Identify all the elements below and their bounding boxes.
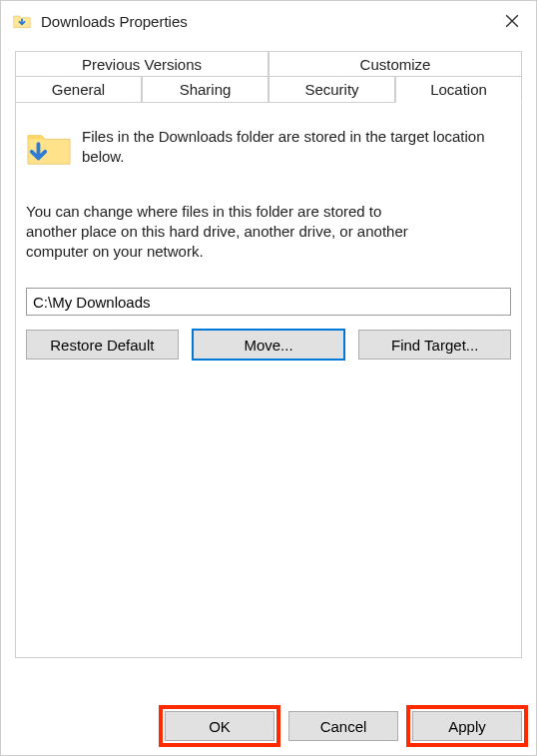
path-input[interactable]	[26, 288, 511, 316]
titlebar: Downloads Properties	[1, 1, 536, 41]
intro-text: Files in the Downloads folder are stored…	[82, 127, 511, 168]
find-target-button[interactable]: Find Target...	[358, 330, 511, 360]
description-text: You can change where files in this folde…	[26, 202, 435, 263]
window-title: Downloads Properties	[41, 13, 492, 30]
move-button[interactable]: Move...	[193, 330, 345, 360]
location-panel: Files in the Downloads folder are stored…	[15, 103, 522, 658]
tab-security[interactable]: Security	[268, 76, 395, 103]
ok-button[interactable]: OK	[165, 711, 274, 741]
tab-customize[interactable]: Customize	[268, 51, 522, 77]
tab-general[interactable]: General	[15, 76, 142, 103]
downloads-folder-icon	[11, 10, 33, 32]
downloads-folder-large-icon	[26, 127, 72, 167]
cancel-button[interactable]: Cancel	[288, 711, 398, 741]
tab-container: Previous Versions Customize General Shar…	[15, 51, 522, 103]
restore-default-button[interactable]: Restore Default	[26, 330, 179, 360]
apply-button[interactable]: Apply	[412, 711, 522, 741]
tab-location[interactable]: Location	[395, 76, 522, 103]
close-button[interactable]	[492, 7, 532, 35]
dialog-button-row: OK Cancel Apply	[165, 711, 522, 741]
tab-previous-versions[interactable]: Previous Versions	[15, 51, 268, 77]
tab-sharing[interactable]: Sharing	[142, 76, 268, 103]
